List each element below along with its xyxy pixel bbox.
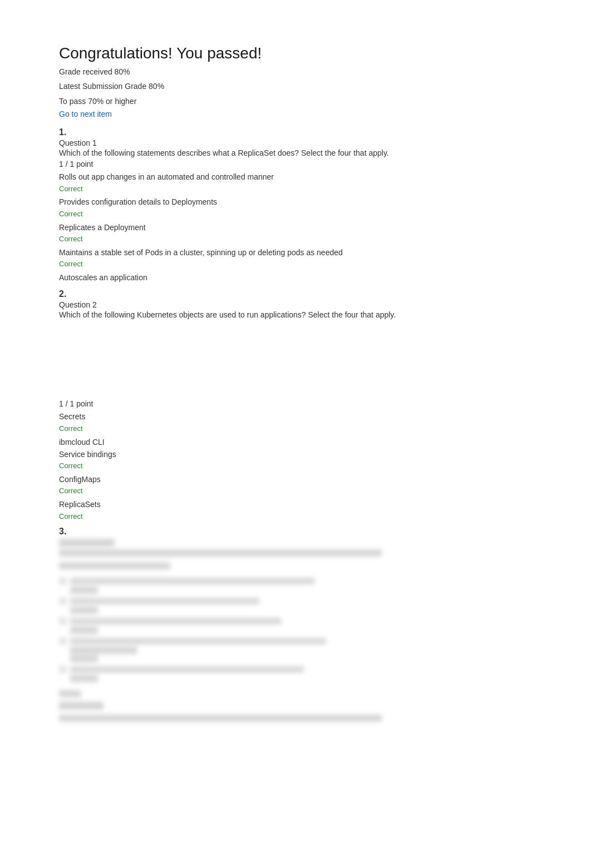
- question-1-label: Question 1: [59, 138, 532, 147]
- q2-answer-replicasets-text: ReplicaSets: [59, 498, 532, 510]
- question-1-section: 1. Question 1 Which of the following sta…: [59, 127, 532, 284]
- q1-answer-1-text: Rolls out app changes in an automated an…: [59, 171, 532, 183]
- q1-answer-1-status: Correct: [59, 183, 532, 195]
- q2-answer-configmaps-status: Correct: [59, 485, 532, 497]
- question-2-section: 2. Question 2 Which of the following Kub…: [59, 289, 532, 522]
- question-1-text: Which of the following statements descri…: [59, 148, 532, 157]
- q1-answer-3-text: Replicates a Deployment: [59, 221, 532, 234]
- q1-answer-5-text: Autoscales an application: [59, 271, 532, 284]
- page-title: Congratulations! You passed!: [59, 44, 532, 62]
- question-3-blurred-content: [59, 539, 532, 722]
- q1-answer-2-text: Provides configuration details to Deploy…: [59, 196, 532, 208]
- q2-answer-ibmcloud: ibmcloud CLI: [59, 436, 532, 448]
- question-1-points: 1 / 1 point: [59, 160, 532, 168]
- question-1-number: 1.: [59, 127, 532, 137]
- q1-answer-2-status: Correct: [59, 209, 532, 220]
- grade-received: Grade received 80%: [59, 66, 532, 78]
- grade-latest: Latest Submission Grade 80%: [59, 80, 532, 92]
- question-2-label: Question 2: [59, 300, 532, 309]
- q2-answer-secrets-status: Correct: [59, 423, 532, 435]
- q2-answer-service-text: Service bindings: [59, 448, 532, 460]
- q2-answer-configmaps: ConfigMaps Correct: [59, 473, 532, 497]
- question-3-section: 3.: [59, 527, 532, 722]
- question-2-number: 2.: [59, 289, 532, 299]
- q2-points: 1 / 1 point: [59, 399, 532, 408]
- question-3-number: 3.: [59, 527, 532, 537]
- q1-answer-4: Maintains a stable set of Pods in a clus…: [59, 246, 532, 270]
- q2-answer-configmaps-text: ConfigMaps: [59, 473, 532, 485]
- q2-answer-replicasets-status: Correct: [59, 511, 532, 523]
- q1-answer-3-status: Correct: [59, 234, 532, 245]
- q1-answer-5: Autoscales an application: [59, 271, 532, 284]
- q1-answer-4-status: Correct: [59, 259, 532, 270]
- q2-answer-replicasets: ReplicaSets Correct: [59, 498, 532, 522]
- q2-answer-service: Service bindings Correct: [59, 448, 532, 472]
- q1-answer-2: Provides configuration details to Deploy…: [59, 196, 532, 220]
- q2-answer-secrets-text: Secrets: [59, 410, 532, 423]
- grade-to-pass: To pass 70% or higher: [59, 95, 532, 107]
- q1-answer-3: Replicates a Deployment Correct: [59, 221, 532, 245]
- q2-answer-secrets: Secrets Correct: [59, 410, 532, 434]
- q2-answer-ibmcloud-text: ibmcloud CLI: [59, 436, 532, 448]
- q1-answer-1: Rolls out app changes in an automated an…: [59, 171, 532, 195]
- q2-answer-service-status: Correct: [59, 460, 532, 472]
- question-2-text: Which of the following Kubernetes object…: [59, 310, 532, 319]
- q2-options-area: [59, 321, 532, 399]
- go-to-next-link[interactable]: Go to next item: [59, 110, 532, 118]
- q1-answer-4-text: Maintains a stable set of Pods in a clus…: [59, 246, 532, 259]
